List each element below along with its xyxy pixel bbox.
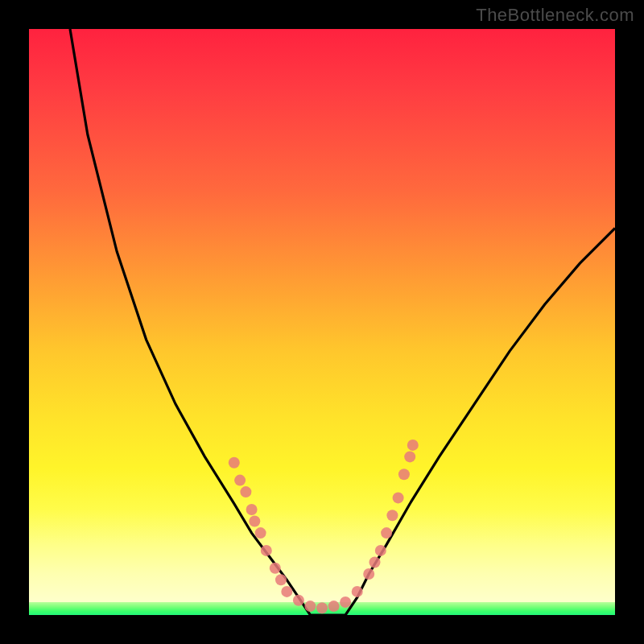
plot-area: [29, 29, 615, 615]
scatter-dot: [352, 586, 363, 597]
scatter-dot: [393, 492, 404, 503]
scatter-dot: [386, 510, 398, 521]
scatter-dot: [304, 601, 316, 612]
scatter-dot: [281, 586, 292, 597]
scatter-dot: [316, 602, 328, 613]
curve-svg: [29, 29, 615, 615]
scatter-dot: [398, 469, 410, 480]
scatter-dot: [363, 568, 374, 580]
scatter-dot: [340, 597, 351, 608]
scatter-dot: [375, 545, 386, 556]
scatter-dot: [404, 451, 415, 462]
scatter-dot: [293, 595, 304, 606]
scatter-dot: [407, 440, 419, 451]
scatter-dot: [234, 475, 246, 486]
scatter-dot: [369, 557, 381, 568]
scatter-dot: [275, 574, 287, 585]
scatter-dot: [328, 601, 340, 612]
scatter-dot: [249, 516, 260, 527]
scatter-dot: [240, 486, 251, 497]
scatter-dot: [246, 504, 258, 515]
scatter-dot: [261, 545, 272, 556]
scatter-dot: [381, 527, 392, 539]
bottleneck-curve: [70, 29, 615, 615]
chart-stage: TheBottleneck.com: [0, 0, 644, 644]
scatter-dot: [255, 527, 266, 539]
watermark-text: TheBottleneck.com: [476, 5, 634, 26]
scatter-dots: [229, 440, 419, 613]
scatter-dot: [270, 563, 281, 574]
scatter-dot: [229, 457, 240, 469]
